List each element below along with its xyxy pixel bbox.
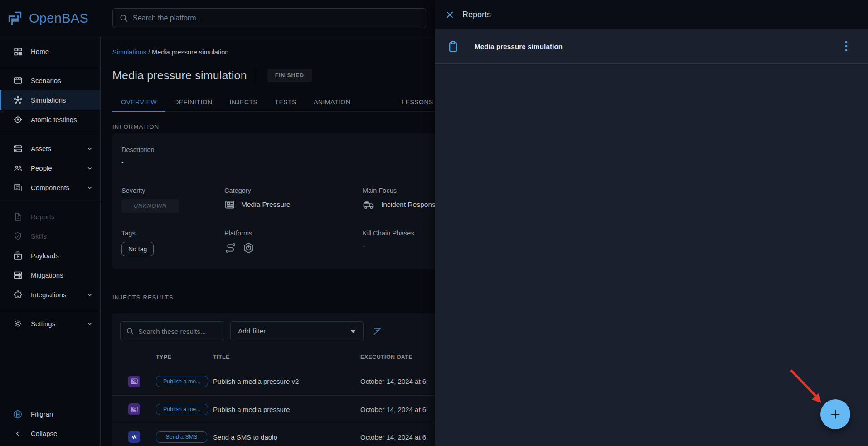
sidebar-item-assets[interactable]: Assets [0,139,100,158]
description-value: - [121,158,155,166]
media-pressure-inject-icon [128,376,140,387]
column-header-title[interactable]: TITLE [213,354,360,360]
sidebar-label: Settings [31,320,78,328]
firetruck-icon [363,199,375,210]
sidebar-item-settings[interactable]: Settings [0,314,100,333]
sidebar-item-payloads[interactable]: Payloads [0,246,100,265]
no-tag-chip: No tag [121,242,154,256]
sidebar-item-scenarios[interactable]: Scenarios [0,71,100,90]
results-search-input[interactable] [138,328,218,335]
injects-results-section-label: INJECTS RESULTS [112,294,174,301]
sidebar-item-simulations[interactable]: Simulations [0,90,100,110]
target-icon [13,115,23,124]
route-platform-icon [224,242,237,254]
sidebar-item-integrations[interactable]: Integrations [0,285,100,304]
people-icon [13,163,23,173]
sidebar-label: Payloads [31,252,93,260]
sidebar-item-atomic-testings[interactable]: Atomic testings [0,110,100,129]
chevron-down-icon [87,321,93,327]
results-search[interactable] [120,321,224,341]
chevron-left-icon [13,430,23,437]
drawer-header: Reports [435,0,868,29]
sidebar-item-skills[interactable]: Skills [0,226,100,246]
search-input[interactable] [133,14,419,22]
sidebar-item-mitigations[interactable]: Mitigations [0,265,100,285]
sidebar-label: Components [31,184,78,191]
openbas-app: OpenBAS Home [0,0,868,446]
sidebar-label: Simulations [31,96,93,104]
sidebar: Home Scenarios Simulations [0,37,101,446]
sidebar-label: Scenarios [31,77,93,84]
platform-search[interactable] [112,8,426,28]
sidebar-label: Atomic testings [31,116,93,123]
shield-check-icon [13,231,23,241]
search-icon [126,327,134,335]
sms-inject-icon [128,431,140,443]
app-logo[interactable]: OpenBAS [5,0,88,37]
hexagon-platform-icon [242,242,255,254]
subscriptions-icon [13,251,23,260]
sidebar-divider [0,202,100,202]
inject-type-chip[interactable]: Publish a me... [156,376,208,387]
breadcrumb-simulations-link[interactable]: Simulations [112,49,146,56]
title-row: Media pressure simulation FINISHED [112,66,312,84]
inject-type-chip[interactable]: Publish a me... [156,404,208,415]
platforms-label: Platforms [224,230,255,237]
kebab-menu-icon[interactable] [844,40,848,52]
main-focus-label: Main Focus [363,187,439,194]
sidebar-label: Mitigations [31,271,93,279]
chevron-down-icon [87,292,93,298]
clear-filters-icon[interactable] [372,326,383,337]
category-field: Category Media Pressure [224,187,291,210]
close-icon[interactable] [445,10,455,20]
chevron-down-icon [87,146,93,152]
dashboard-icon [13,47,23,56]
sidebar-item-people[interactable]: People [0,158,100,178]
tab-lessons[interactable]: LESSONS [393,93,442,111]
sidebar-label: People [31,164,78,172]
search-icon [119,14,128,23]
platforms-field: Platforms [224,230,255,254]
category-value: Media Pressure [241,201,291,209]
sidebar-item-filigran[interactable]: Filigran [0,404,100,424]
sidebar-label: Collapse [31,430,93,437]
add-report-fab[interactable] [820,399,850,429]
tab-definition[interactable]: DEFINITION [165,93,221,111]
inject-title: Send a SMS to daolo [213,433,360,441]
newspaper-icon [224,199,235,210]
tab-animation[interactable]: ANIMATION [305,93,359,111]
sidebar-label: Skills [31,232,93,240]
severity-label: Severity [121,187,179,194]
plus-icon [829,407,842,421]
sidebar-label: Home [31,48,93,55]
storage-icon [13,144,23,153]
severity-chip: UNKNOWN [121,199,179,213]
breadcrumb-current: Media pressure simulation [152,49,228,56]
add-filter-select[interactable]: Add filter [230,321,364,341]
main-focus-value: Incident Response [381,201,439,209]
column-header-type[interactable]: TYPE [156,354,213,360]
add-filter-label: Add filter [238,327,266,335]
clipboard-icon [447,40,459,53]
report-list-item[interactable]: Media pressure simulation [435,29,868,64]
chevron-down-icon [87,185,93,191]
gear-icon [13,319,23,328]
sidebar-item-components[interactable]: Components [0,178,100,197]
tab-injects[interactable]: INJECTS [221,93,267,111]
severity-field: Severity UNKNOWN [121,187,179,213]
report-title: Media pressure simulation [475,43,563,50]
sidebar-label: Integrations [31,291,78,299]
dropdown-caret-icon [350,330,356,333]
page-title: Media pressure simulation [112,69,247,82]
sidebar-collapse-button[interactable]: Collapse [0,424,100,443]
tab-overview[interactable]: OVERVIEW [112,93,165,111]
sidebar-item-home[interactable]: Home [0,42,100,61]
inject-type-chip[interactable]: Send a SMS [156,431,207,443]
sidebar-item-reports[interactable]: Reports [0,207,100,226]
tab-tests[interactable]: TESTS [266,93,305,111]
description-label: Description [121,146,155,153]
movie-icon [13,76,23,85]
sidebar-label: Assets [31,145,78,152]
hub-icon [13,95,23,105]
sidebar-label: Filigran [31,410,93,418]
